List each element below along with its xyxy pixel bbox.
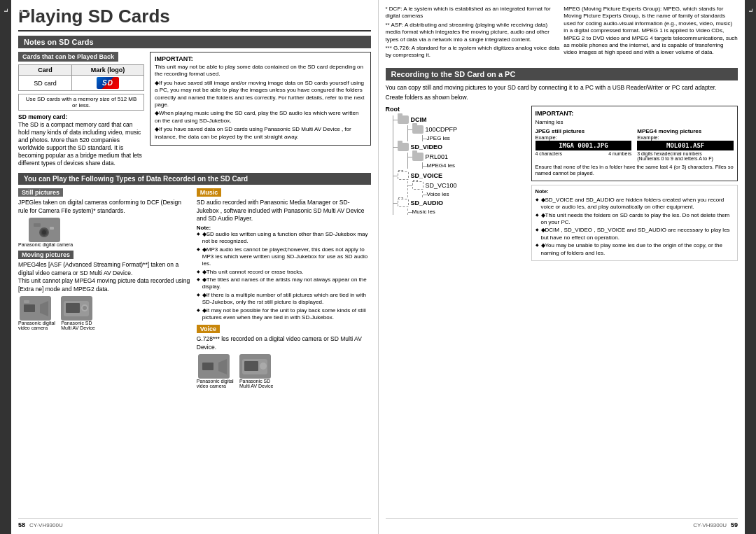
table-cell-sdlogo: SD: [72, 76, 144, 91]
folder-tree: Root DCIM: [386, 106, 526, 261]
right-page-number: 59: [731, 521, 738, 528]
table-cell-sdcard: SD card: [19, 76, 72, 91]
svg-marker-15: [218, 359, 227, 374]
note-2: ◆DCIM , SD_VIDEO , SD_VOICE and SD_AUDIO…: [536, 227, 734, 241]
important-right-box: IMPORTANT: Naming les JPEG still picture…: [531, 106, 738, 182]
sd-logo: SD: [97, 77, 119, 89]
voice-text: G.728*** les recorded on a digital video…: [197, 335, 371, 351]
svg-point-13: [83, 306, 87, 310]
left-side-tab: ENGLISH: [0, 0, 11, 534]
voice-sd-av-label: Panasonic SDMulti AV Device: [239, 379, 274, 388]
music-note-4: ◆If there is a multiple number of still …: [197, 292, 371, 307]
note-box-title: Note:: [536, 188, 734, 195]
folder-prl001: PRL001: [426, 153, 449, 160]
left-page-footer: 58 CY-VH9300U: [18, 518, 371, 528]
note-box-list: ◆SD_VOICE and SD_AUDIO are hidden folder…: [536, 197, 734, 257]
folder-sdvc100: SD_VC100: [426, 182, 457, 189]
sd-memory-text: The SD is a compact memory card that can…: [18, 121, 142, 167]
note-0: ◆SD_VOICE and SD_AUDIO are hidden folder…: [536, 197, 734, 211]
voice-sd-av-icon: [239, 354, 271, 379]
file-mpeg4: MPEG4 les: [427, 162, 455, 169]
folder-dcim: DCIM: [411, 116, 427, 123]
moving-pictures-label: Moving pictures: [18, 251, 74, 259]
voice-camera-icon: [198, 354, 230, 379]
music-note-title: Note:: [197, 225, 211, 231]
sd-av-device-icon: [61, 296, 92, 321]
mpeg4-char-desc2: (Numerals 0 to 9 and letters A to F): [637, 156, 713, 161]
jpeg-example-label: Example:: [536, 134, 632, 141]
full-section-header: You can Play the Following Types of Data…: [18, 173, 371, 185]
use-note: Use SD cards with a memory size of 512 M…: [18, 94, 144, 111]
footnote-0: * DCF: A le system which is established …: [386, 6, 560, 20]
important-line-3: ◆If you have saved data on SD cards usin…: [155, 126, 366, 141]
left-page: Playing SD Cards Notes on SD Cards Cards…: [11, 0, 379, 534]
svg-rect-9: [24, 300, 29, 303]
music-label: Music: [197, 188, 222, 197]
mpeg4-filename: MOL001.ASF: [637, 141, 734, 150]
music-note-0: ◆SD audio les written using a function o…: [197, 231, 371, 246]
music-text: SD audio recorded with Panasonic Media M…: [197, 199, 371, 223]
svg-point-19: [260, 363, 267, 370]
recording-content: Root DCIM: [386, 106, 738, 261]
jpeg-title: JPEG still pictures: [536, 128, 632, 134]
still-pictures-text: JPEGles taken on digital cameras conform…: [18, 199, 192, 215]
svg-rect-18: [244, 361, 258, 371]
important-line-1: ◆If you have saved still image and/or mo…: [155, 80, 366, 109]
note-1: ◆This unit needs the folders on SD cards…: [536, 212, 734, 227]
page-title: Playing SD Cards: [18, 6, 371, 31]
still-pictures-label: Still pictures: [18, 188, 63, 197]
file-music: Music les: [412, 209, 435, 215]
jpeg-filename: IMGA 0001.JPG: [536, 141, 632, 150]
footnote-2: *** G.726: A standard for a le system wh…: [386, 45, 560, 59]
important-line-2: ◆When playing music using the SD card, p…: [155, 110, 366, 125]
footnotes: * DCF: A le system which is established …: [386, 6, 560, 59]
jpeg-char-desc1: 4 characters: [536, 151, 563, 156]
music-note-2: ◆This unit cannot record or erase tracks…: [197, 269, 371, 276]
naming-title: Naming les: [536, 119, 734, 125]
important-title: IMPORTANT:: [155, 55, 366, 62]
notes-section-header: Notes on SD Cards: [18, 36, 371, 48]
still-camera-icon: [29, 218, 60, 242]
important-line-0: This unit may not be able to play some d…: [155, 64, 366, 78]
moving-camera-icon: [20, 296, 51, 321]
music-note-5: ◆It may not be possible for the unit to …: [197, 307, 371, 322]
music-note-1: ◆MP3 audio les cannot be played;however,…: [197, 246, 371, 268]
svg-point-4: [42, 230, 46, 234]
root-label: Root: [386, 106, 526, 113]
voice-label: Voice: [197, 325, 220, 333]
still-camera-label: Panasonic digital camera: [18, 242, 73, 247]
footnote-1: ** ASF: A distributing and streaming (pl…: [386, 22, 560, 43]
table-header-card: Card: [19, 65, 72, 76]
left-tab-letters: ENGLISH: [0, 7, 33, 13]
right-side-tab: ENGLISH: [745, 0, 756, 534]
left-page-number: 58: [18, 521, 25, 528]
right-page-footer: CY-VH9300U 59: [386, 518, 738, 528]
folder-100cdpfp: 100CDPFP: [426, 126, 458, 133]
note-3: ◆You may be unable to play some les due …: [536, 242, 734, 257]
file-voice: Voice les: [427, 191, 449, 197]
moving-pictures-text1: MPEG4les [ASF (Advanced Streaming Format…: [18, 261, 192, 293]
mpeg4-char-desc1: 3 digits hexadecimal numbers: [637, 151, 702, 156]
folder-sdvideo: SD_VIDEO: [411, 143, 443, 150]
mpeg4-title: MPEG4 moving pictures: [637, 128, 734, 134]
file-jpeg: JPEG les: [427, 135, 450, 141]
left-model: CY-VH9300U: [29, 522, 63, 528]
moving-camera-label: Panasonic digitalvideo camera: [18, 321, 55, 330]
recording-header: Recording to the SD Card on a PC: [386, 68, 738, 80]
music-note-3: ◆The titles and names of the artists may…: [197, 276, 371, 291]
create-folders-text: Create folders as shown below.: [386, 94, 738, 101]
jpeg-char-desc2: 4 numbers: [608, 151, 631, 156]
svg-rect-11: [66, 303, 80, 313]
mpeg-note: MPEG (Moving Picture Experts Group): MPE…: [564, 6, 738, 57]
important-right-title: IMPORTANT:: [536, 110, 734, 117]
svg-rect-8: [24, 304, 35, 312]
sd-av-label: Panasonic SDMulti AV Device: [61, 321, 95, 330]
music-notes: ◆SD audio les written using a function o…: [197, 231, 371, 322]
cards-table: Card Mark (logo) SD card SD: [18, 64, 144, 91]
voice-camera-label: Panasonic digitalvideo camera: [197, 379, 234, 388]
svg-rect-1: [34, 223, 41, 227]
sd-memory-title: SD memory card: The SD is a compact memo…: [18, 113, 144, 167]
mpeg4-example-label: Example:: [637, 134, 734, 141]
svg-marker-7: [40, 301, 48, 316]
ensure-text: Ensure that none of the les in a folder …: [536, 164, 734, 178]
